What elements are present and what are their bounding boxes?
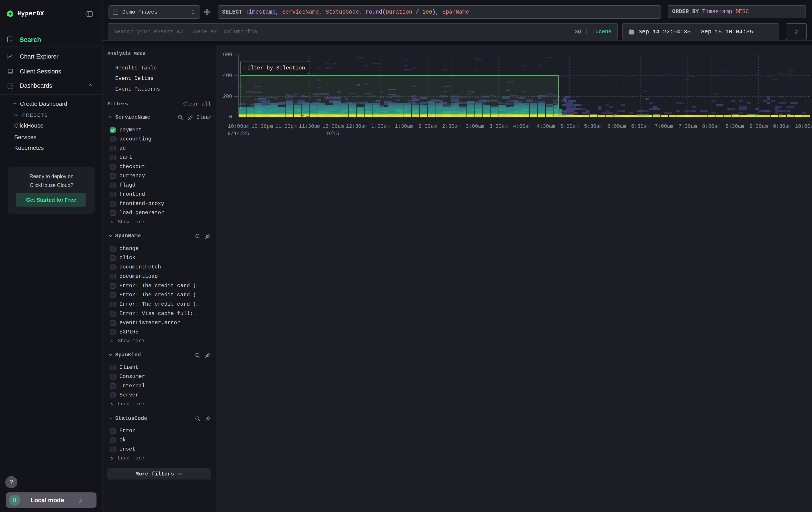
svg-text:600: 600 (223, 52, 232, 58)
svg-text:3:00am: 3:00am (466, 124, 484, 129)
svg-text:10:00pm: 10:00pm (228, 124, 250, 129)
svg-text:0: 0 (229, 114, 232, 120)
svg-text:7:00am: 7:00am (655, 124, 673, 129)
svg-text:8:00am: 8:00am (702, 124, 721, 129)
svg-text:1:00am: 1:00am (371, 124, 390, 129)
svg-text:12:30am: 12:30am (346, 124, 368, 129)
svg-text:5:30am: 5:30am (584, 124, 603, 129)
svg-text:200: 200 (223, 94, 232, 100)
svg-text:8:30am: 8:30am (726, 124, 744, 129)
svg-text:7:30am: 7:30am (678, 124, 697, 129)
svg-text:10:00am: 10:00am (795, 124, 812, 129)
svg-text:4:30am: 4:30am (537, 124, 555, 129)
svg-text:3:30am: 3:30am (489, 124, 508, 129)
svg-text:9:00am: 9:00am (750, 124, 768, 129)
svg-text:11:30pm: 11:30pm (299, 124, 320, 129)
svg-text:12:00am: 12:00am (322, 124, 344, 129)
svg-text:6:30am: 6:30am (631, 124, 650, 129)
svg-text:5:00am: 5:00am (560, 124, 579, 129)
svg-text:Filter by Selection: Filter by Selection (244, 65, 305, 71)
svg-text:11:00pm: 11:00pm (275, 124, 297, 129)
svg-text:4:00am: 4:00am (513, 124, 532, 129)
svg-text:400: 400 (223, 73, 232, 79)
svg-text:6:00am: 6:00am (608, 124, 626, 129)
svg-text:1:30am: 1:30am (395, 124, 413, 129)
svg-text:9/14/25: 9/14/25 (228, 131, 249, 137)
svg-text:2:30am: 2:30am (442, 124, 461, 129)
svg-text:9:30am: 9:30am (773, 124, 791, 129)
svg-text:9/15: 9/15 (327, 131, 339, 137)
svg-text:10:30pm: 10:30pm (252, 124, 273, 129)
svg-text:2:00am: 2:00am (418, 124, 437, 129)
